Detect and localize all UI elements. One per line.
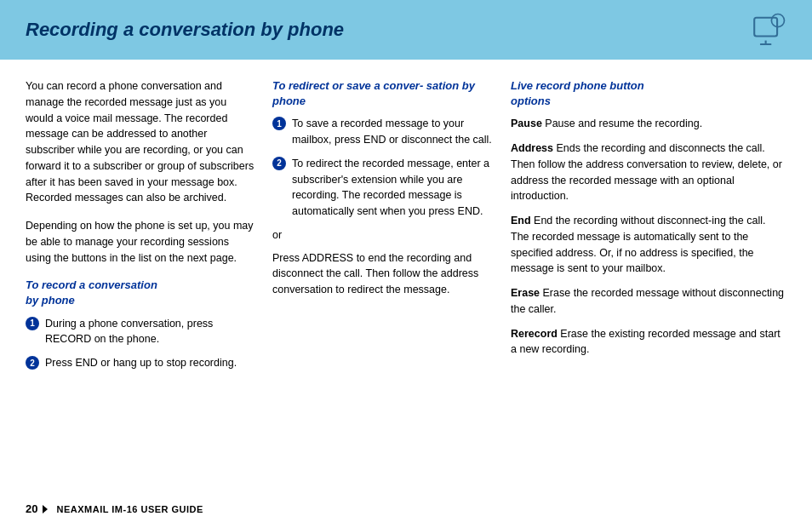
step-number-1: 1 [26, 317, 39, 330]
section-live: Live record phone button options Pause P… [511, 78, 786, 358]
phone-record-icon [751, 12, 786, 48]
option-erase: Erase Erase the recorded message without… [511, 285, 786, 318]
section-record-heading: To record a conversation by phone [26, 278, 255, 308]
main-body: Recording a conversation by phone You ca… [0, 0, 812, 469]
option-rerecord-label: Rerecord [511, 328, 558, 340]
page-number: 20 [26, 502, 37, 515]
option-pause-label: Pause [511, 118, 542, 129]
option-rerecord: Rerecord Erase the existing recorded mes… [511, 326, 786, 359]
redirect-step-2: 2 To redirect the recorded message, ente… [272, 156, 494, 220]
section-live-heading: Live record phone button options [511, 78, 786, 109]
intro-paragraph2: Depending on how the phone is set up, yo… [26, 218, 255, 266]
redirect-step-1: 1 To save a recorded message to your mai… [272, 116, 494, 148]
page-number-area: 20 NEAXMAIL IM-16 USER GUIDE [26, 502, 203, 515]
redirect-step-1-text: To save a recorded message to your mailb… [292, 116, 494, 148]
option-end-desc: End the recording without disconnect-ing… [511, 215, 765, 274]
triangle-icon [43, 505, 48, 513]
press-text: Press ADDRESS to end the recording and d… [272, 250, 494, 298]
option-erase-label: Erase [511, 287, 540, 299]
option-erase-desc: Erase the recorded message without disco… [511, 287, 784, 315]
page-footer: 20 NEAXMAIL IM-16 USER GUIDE [0, 496, 812, 522]
option-end: End End the recording without disconnect… [511, 213, 786, 277]
option-pause-desc: Pause and resume the recording. [542, 118, 702, 129]
option-end-label: End [511, 215, 531, 227]
redirect-step-number-2: 2 [272, 157, 286, 170]
column-right: Live record phone button options Pause P… [511, 78, 786, 461]
section-redirect-heading: To redirect or save a conver- sation by … [272, 78, 494, 109]
step-number-2: 2 [26, 356, 39, 370]
svg-rect-0 [754, 18, 777, 37]
svg-rect-3 [760, 43, 771, 45]
section-record: To record a conversation by phone 1 Duri… [26, 278, 255, 371]
intro-paragraph1: You can record a phone conversation and … [26, 78, 255, 206]
page-title: Recording a conversation by phone [26, 19, 344, 41]
redirect-step-number-1: 1 [272, 117, 286, 130]
column-left: You can record a phone conversation and … [26, 78, 255, 461]
option-pause: Pause Pause and resume the recording. [511, 116, 786, 132]
option-address: Address Ends the recording and disconnec… [511, 141, 786, 204]
or-text: or [272, 227, 494, 244]
content-area: You can record a phone conversation and … [0, 60, 812, 469]
footer-label: NEAXMAIL IM-16 USER GUIDE [56, 504, 203, 514]
section-redirect: To redirect or save a conver- sation by … [272, 78, 494, 298]
record-step-2: 2 Press END or hang up to stop recording… [26, 355, 255, 371]
record-step-2-text: Press END or hang up to stop recording. [45, 355, 255, 371]
record-step-1: 1 During a phone conversation, press REC… [26, 316, 255, 348]
page-header: Recording a conversation by phone [0, 0, 812, 60]
record-step-1-text: During a phone conversation, press RECOR… [45, 316, 255, 348]
redirect-step-2-text: To redirect the recorded message, enter … [292, 156, 494, 220]
option-address-label: Address [511, 142, 553, 154]
column-middle: To redirect or save a conver- sation by … [272, 78, 494, 461]
